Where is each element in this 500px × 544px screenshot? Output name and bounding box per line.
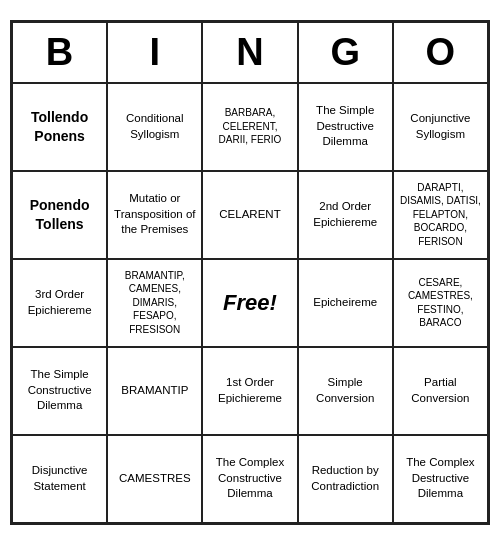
cell-13: Epicheireme <box>298 259 393 347</box>
cell-2: BARBARA, CELERENT, DARII, FERIO <box>202 83 297 171</box>
cell-20: Disjunctive Statement <box>12 435 107 523</box>
cell-15: The Simple Constructive Dilemma <box>12 347 107 435</box>
cell-8: 2nd Order Epichiereme <box>298 171 393 259</box>
cell-23: Reduction by Contradiction <box>298 435 393 523</box>
cell-21: CAMESTRES <box>107 435 202 523</box>
cell-24: The Complex Destructive Dilemma <box>393 435 488 523</box>
header-letter-i: I <box>107 22 202 83</box>
cell-3: The Simple Destructive Dilemma <box>298 83 393 171</box>
bingo-card: BINGO Tollendo PonensConditional Syllogi… <box>10 20 490 525</box>
cell-4: Conjunctive Syllogism <box>393 83 488 171</box>
cell-6: Mutatio or Transposition of the Premises <box>107 171 202 259</box>
cell-7: CELARENT <box>202 171 297 259</box>
cell-12: Free! <box>202 259 297 347</box>
header-letter-o: O <box>393 22 488 83</box>
bingo-header: BINGO <box>12 22 488 83</box>
cell-18: Simple Conversion <box>298 347 393 435</box>
bingo-grid: Tollendo PonensConditional SyllogismBARB… <box>12 83 488 523</box>
cell-16: BRAMANTIP <box>107 347 202 435</box>
cell-22: The Complex Constructive Dilemma <box>202 435 297 523</box>
cell-19: Partial Conversion <box>393 347 488 435</box>
header-letter-b: B <box>12 22 107 83</box>
cell-9: DARAPTI, DISAMIS, DATISI, FELAPTON, BOCA… <box>393 171 488 259</box>
cell-17: 1st Order Epichiereme <box>202 347 297 435</box>
cell-10: 3rd Order Epichiereme <box>12 259 107 347</box>
cell-14: CESARE, CAMESTRES, FESTINO, BARACO <box>393 259 488 347</box>
cell-11: BRAMANTIP, CAMENES, DIMARIS, FESAPO, FRE… <box>107 259 202 347</box>
header-letter-n: N <box>202 22 297 83</box>
header-letter-g: G <box>298 22 393 83</box>
cell-1: Conditional Syllogism <box>107 83 202 171</box>
cell-5: Ponendo Tollens <box>12 171 107 259</box>
cell-0: Tollendo Ponens <box>12 83 107 171</box>
